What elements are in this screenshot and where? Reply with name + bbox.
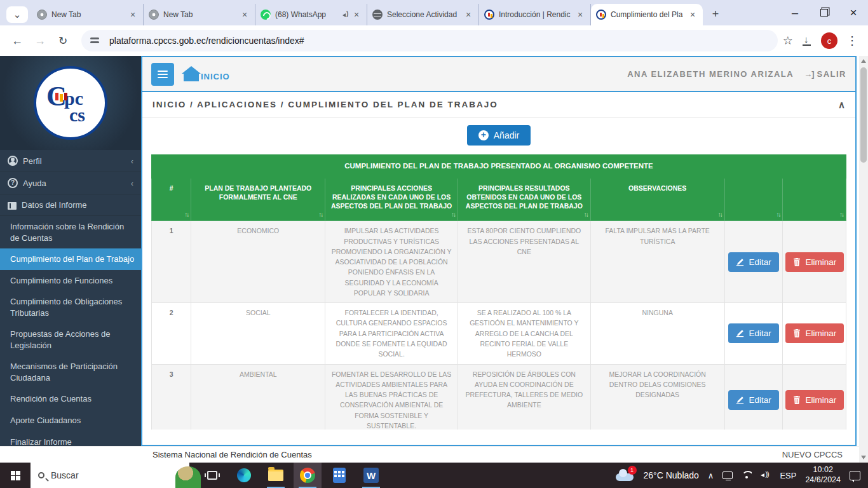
table-title: CUMPLIMIENTO DEL PLAN DE TRABAJO PRESENT… <box>152 155 846 179</box>
tab-cumplimiento-active[interactable]: Cumplimiento del Pla <box>591 4 703 25</box>
column-header-observaciones[interactable]: OBSERVACIONES <box>590 178 724 221</box>
question-icon: ? <box>8 178 18 188</box>
calculator-button[interactable] <box>325 463 353 488</box>
collapse-chevron-icon[interactable] <box>838 99 845 111</box>
scroll-down-icon[interactable] <box>861 456 866 459</box>
logout-link[interactable]: SALIR <box>804 69 846 79</box>
edge-button[interactable] <box>230 463 258 488</box>
tab-close-icon[interactable] <box>575 10 585 20</box>
sidebar-item-perfil[interactable]: Perfil ‹ <box>0 150 141 172</box>
sidebar: C pc cs Perfil ‹ ? Ayuda ‹ Datos del Inf… <box>0 56 141 446</box>
site-info-icon[interactable] <box>90 36 102 45</box>
sort-icon[interactable] <box>776 210 780 219</box>
column-header-eliminar[interactable] <box>783 178 846 221</box>
bookmark-star-icon[interactable] <box>783 34 793 48</box>
back-button[interactable] <box>8 31 27 50</box>
sidebar-item-cumplimiento-funciones[interactable]: Cumplimiento de Funciones <box>0 270 141 292</box>
tab-audio-icon[interactable] <box>342 11 350 18</box>
browser-menu-icon[interactable] <box>846 34 858 48</box>
home-link[interactable]: INICIO <box>183 67 230 81</box>
edit-button[interactable]: Editar <box>728 390 778 410</box>
sort-icon[interactable] <box>184 210 188 219</box>
cell-observaciones: MEJORAR LA COORDINACIÓN DENTRO DELAS COM… <box>590 364 724 430</box>
sidebar-item-finalizar-informe[interactable]: Finalizar Informe <box>0 431 141 446</box>
menu-toggle-button[interactable] <box>151 63 174 86</box>
windows-logo-icon <box>11 471 20 480</box>
delete-button[interactable]: Eliminar <box>785 252 844 272</box>
word-button[interactable]: W <box>357 463 385 488</box>
edge-icon <box>237 468 251 482</box>
volume-icon[interactable] <box>761 471 771 480</box>
tab-close-icon[interactable] <box>128 10 138 20</box>
sort-icon[interactable] <box>318 210 322 219</box>
omnibox[interactable]: plataforma.cpccs.gob.ec/rendicioncuentas… <box>81 30 778 51</box>
language-indicator[interactable]: ESP <box>780 471 796 480</box>
search-highlight-image[interactable] <box>175 466 201 488</box>
cell-plan: AMBIENTAL <box>191 364 325 430</box>
wifi-icon[interactable] <box>742 471 752 480</box>
sidebar-item-datos-del-informe[interactable]: Datos del Informe <box>0 194 141 216</box>
add-button[interactable]: + Añadir <box>467 125 531 146</box>
table-header-row: # PLAN DE TRABAJO PLANTEADO FORMALMENTE … <box>152 178 846 221</box>
page-scrollbar[interactable] <box>859 56 868 463</box>
hidden-icons-chevron[interactable] <box>708 471 714 480</box>
close-window-button[interactable] <box>839 0 868 25</box>
sort-icon[interactable] <box>718 210 722 219</box>
sidebar-item-rendicion-cuentas[interactable]: Rendición de Cuentas <box>0 388 141 410</box>
tab-new-tab-1[interactable]: New Tab <box>32 4 144 25</box>
cast-icon[interactable] <box>722 471 733 479</box>
task-view-button[interactable] <box>198 463 226 488</box>
tab-close-icon[interactable] <box>351 10 362 20</box>
taskbar-search[interactable]: Buscar <box>31 463 189 488</box>
weather-widget[interactable]: 1 <box>616 468 635 482</box>
cpccs-favicon <box>484 10 494 20</box>
user-icon <box>8 156 18 166</box>
delete-button[interactable]: Eliminar <box>785 323 844 343</box>
edit-button[interactable]: Editar <box>728 323 778 343</box>
scrollbar-thumb[interactable] <box>860 67 867 163</box>
start-button[interactable] <box>0 463 31 488</box>
restore-button[interactable] <box>810 0 839 25</box>
tab-whatsapp[interactable]: (68) WhatsApp <box>255 4 367 25</box>
new-tab-button[interactable] <box>707 5 724 23</box>
url-text[interactable]: plataforma.cpccs.gob.ec/rendicioncuentas… <box>109 36 304 46</box>
column-header-plan[interactable]: PLAN DE TRABAJO PLANTEADO FORMALMENTE AL… <box>191 178 325 221</box>
breadcrumb: INICIO / APLICACIONES / CUMPLIMIENTO DEL… <box>153 100 498 109</box>
sidebar-item-propuestas-legislacion[interactable]: Propuestas de Acciones de Legislación <box>0 323 141 356</box>
tab-close-icon[interactable] <box>240 10 250 20</box>
sidebar-item-informacion-rendicion[interactable]: Información sobre la Rendición de Cuenta… <box>0 216 141 248</box>
file-explorer-button[interactable] <box>262 463 290 488</box>
edit-button[interactable]: Editar <box>728 252 778 272</box>
tab-search-button[interactable] <box>6 6 28 23</box>
scroll-up-icon[interactable] <box>861 59 866 63</box>
delete-button[interactable]: Eliminar <box>785 390 844 410</box>
tab-new-tab-2[interactable]: New Tab <box>144 4 255 25</box>
chrome-button[interactable] <box>294 463 322 488</box>
reload-button[interactable] <box>53 31 72 50</box>
tab-seleccione-actividad[interactable]: Seleccione Actividad <box>367 4 479 25</box>
sidebar-item-ayuda[interactable]: ? Ayuda ‹ <box>0 172 141 194</box>
sidebar-item-cumplimiento-plan[interactable]: Cumplimiento del Plan de Trabajo <box>0 248 141 270</box>
column-header-acciones[interactable]: PRINCIPALES ACCIONES REALIZADAS EN CADA … <box>325 178 458 221</box>
tab-title: Cumplimiento del Pla <box>611 10 688 19</box>
sort-icon[interactable] <box>451 210 455 219</box>
profile-avatar[interactable]: c <box>821 32 837 49</box>
sort-icon[interactable] <box>584 210 588 219</box>
clock[interactable]: 10:02 24/6/2024 <box>805 465 841 485</box>
weather-text[interactable]: 26°C Nublado <box>644 470 699 480</box>
column-header-num[interactable]: # <box>152 178 191 221</box>
sidebar-item-aporte-ciudadanos[interactable]: Aporte Ciudadanos <box>0 410 141 431</box>
tab-introduccion[interactable]: Introducción | Rendic <box>479 4 591 25</box>
sidebar-item-obligaciones-tributarias[interactable]: Cumplimiento de Obligaciones Tributarias <box>0 291 141 323</box>
minimize-button[interactable] <box>780 0 810 25</box>
table-row: 1 ECONOMICO IMPULSAR LAS ACTIVIDADES PRO… <box>152 221 846 303</box>
sidebar-item-mecanismos-participacion[interactable]: Mecanismos de Participación Ciudadana <box>0 356 141 388</box>
forward-button[interactable] <box>31 31 50 50</box>
tab-close-icon[interactable] <box>688 10 698 20</box>
downloads-icon[interactable] <box>802 36 812 46</box>
sort-icon[interactable] <box>839 210 843 219</box>
column-header-resultados[interactable]: PRINCIPALES RESULTADOS OBTENIDOS EN CADA… <box>458 178 590 221</box>
column-header-editar[interactable] <box>724 178 783 221</box>
tab-close-icon[interactable] <box>463 10 473 20</box>
action-center-icon[interactable] <box>850 471 860 480</box>
